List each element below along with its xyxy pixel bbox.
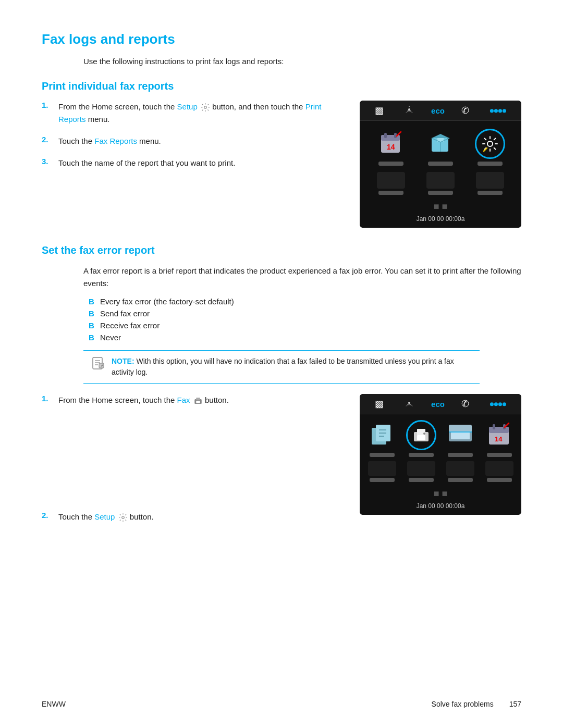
device-screen-1: ▩ eco ✆ <box>360 101 521 228</box>
bullet-marker-2: B <box>89 309 100 318</box>
fax-reports-link: Fax Reports <box>94 137 137 145</box>
icon-cell-b1 <box>363 459 401 484</box>
scan-icon <box>445 419 476 451</box>
setup-link: Setup <box>177 102 198 111</box>
icon-cell-empty1 <box>367 170 414 197</box>
setup-selected-circle <box>475 129 505 159</box>
svg-point-5 <box>503 109 506 113</box>
svg-point-35 <box>423 433 425 435</box>
package-icon <box>425 128 456 159</box>
svg-rect-22 <box>196 398 200 400</box>
svg-text:14: 14 <box>387 143 395 151</box>
display-dots-2: ■ ■ <box>360 486 521 500</box>
bullet-marker-1: B <box>89 297 100 306</box>
phone-icon-2: ✆ <box>458 398 472 410</box>
svg-rect-38 <box>451 432 470 439</box>
display-icons-row-2: 14 <box>360 414 521 459</box>
svg-point-2 <box>490 109 494 113</box>
bullet-item-3: B Receive fax error <box>89 321 521 330</box>
icon-label-package <box>428 162 453 166</box>
steps-column: 1. From the Home screen, touch the Setup… <box>42 101 339 179</box>
svg-text:✓: ✓ <box>101 364 104 367</box>
icon-label-empty2 <box>428 191 453 195</box>
note-text: With this option, you will have no indic… <box>112 357 454 376</box>
svg-rect-34 <box>417 435 425 440</box>
icon-cell-empty3 <box>467 170 514 197</box>
step3-number: 3. <box>42 157 58 166</box>
svg-point-29 <box>503 402 506 406</box>
step1-suffix: menu. <box>86 115 110 124</box>
bullet-item-4: B Never <box>89 333 521 342</box>
step2-suffix: menu. <box>137 137 161 145</box>
display-icons-row-2b <box>360 459 521 486</box>
setup-icon-2 <box>118 513 128 522</box>
eco-label-1: eco <box>431 106 445 115</box>
svg-point-25 <box>408 402 410 404</box>
setup-icon <box>201 103 210 112</box>
icon-cell-copy <box>363 419 401 457</box>
svg-point-24 <box>121 516 124 519</box>
section2-step1-text: From the Home screen, touch the Fax butt… <box>58 394 339 406</box>
icon-label-empty1 <box>378 191 403 195</box>
page-title: Fax logs and reports <box>42 31 521 47</box>
icon-cell-date: 14 <box>480 419 518 457</box>
icon-label-b2 <box>409 478 434 482</box>
note-box: ✓ NOTE: With this option, you will have … <box>83 350 480 384</box>
section2-step2-prefix: Touch the <box>58 512 94 521</box>
network-icon-2 <box>401 399 418 410</box>
bullet-list: B Every fax error (the factory-set defau… <box>89 297 521 342</box>
bullet-item-2: B Send fax error <box>89 309 521 318</box>
network-icon <box>401 105 418 116</box>
svg-text:14: 14 <box>495 435 503 443</box>
svg-point-28 <box>498 402 502 406</box>
icon-label-b1 <box>370 478 395 482</box>
bullet-text-1: Every fax error (the factory-set default… <box>100 297 234 306</box>
svg-point-14 <box>487 141 493 146</box>
section2-step2-text: Touch the Setup button. <box>58 511 339 523</box>
printer-display-1: ▩ eco ✆ <box>360 101 521 228</box>
icon-cell-b3 <box>441 459 479 484</box>
date-icon: 14 <box>484 419 515 451</box>
svg-point-1 <box>408 108 410 110</box>
svg-point-3 <box>494 109 498 113</box>
calendar-icon: 14 <box>375 128 407 159</box>
section2-step1-prefix: From the Home screen, touch the <box>58 396 177 404</box>
display-date-1: Jan 00 00 00:00a <box>360 213 521 228</box>
icon-label-b3 <box>448 478 473 482</box>
blurred-icon-b2 <box>407 461 435 476</box>
page-footer: ENWW Solve fax problems 157 <box>42 700 521 708</box>
setup-circle-icon <box>474 128 506 159</box>
svg-rect-41 <box>489 427 509 433</box>
blurred-icon-b1 <box>368 461 396 476</box>
display-icons-grid-1: 14 <box>360 121 521 170</box>
svg-point-27 <box>494 402 498 406</box>
footer-page-number: 157 <box>509 700 521 708</box>
icon-label-setup <box>478 162 503 166</box>
ink-icon-2 <box>486 399 509 410</box>
fax-circle <box>406 420 436 450</box>
setup-link-2: Setup <box>94 512 115 521</box>
icon-cell-calendar: 14 <box>367 126 414 167</box>
ink-icon <box>486 105 509 116</box>
section2-steps-col: 1. From the Home screen, touch the Fax b… <box>42 394 339 533</box>
icon-cell-scan <box>441 419 479 457</box>
bullet-marker-3: B <box>89 321 100 330</box>
footer-left: ENWW <box>42 700 66 708</box>
step3-block: 3. Touch the name of the report that you… <box>42 157 339 169</box>
bullet-text-4: Never <box>100 333 121 342</box>
section2-step1-row: 1. From the Home screen, touch the Fax b… <box>42 394 521 533</box>
blurred-icon-3 <box>476 172 504 189</box>
icon-cell-b4 <box>480 459 518 484</box>
blurred-icon-b4 <box>485 461 513 476</box>
step1-number: 1. <box>42 101 58 109</box>
step2-text: Touch the Fax Reports menu. <box>58 135 339 147</box>
bullet-marker-4: B <box>89 333 100 342</box>
display-dots-1: ■ ■ <box>360 199 521 213</box>
section2-title: Set the fax error report <box>42 244 521 256</box>
section2-step2-block: 2. Touch the Setup button. <box>42 511 339 523</box>
section2-step2-suffix: button. <box>130 512 154 521</box>
icon-label-date <box>487 453 512 457</box>
section-set-fax-error-report: Set the fax error report A fax error rep… <box>42 244 521 533</box>
icon-cell-empty2 <box>417 170 464 197</box>
svg-point-26 <box>490 402 494 406</box>
